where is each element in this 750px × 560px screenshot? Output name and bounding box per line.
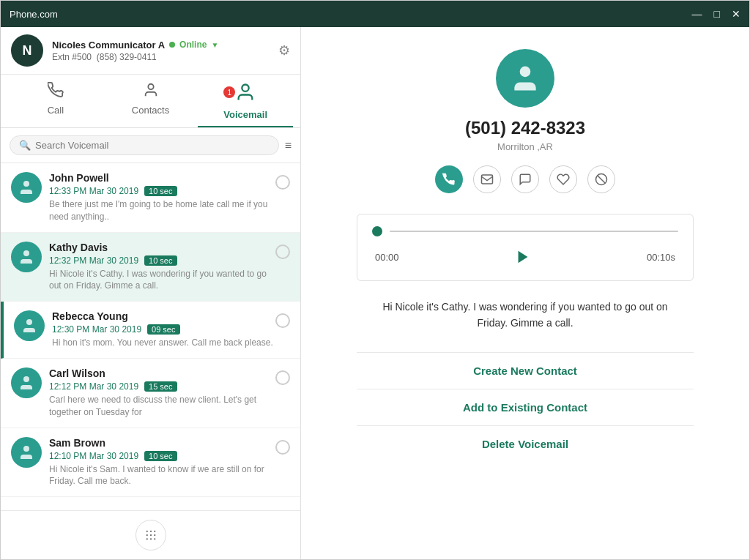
player-progress-bar[interactable]: [390, 231, 678, 232]
player-current-time: 00:00: [375, 252, 399, 263]
svg-marker-20: [518, 251, 527, 264]
status-text: Online: [179, 40, 207, 50]
online-indicator: [169, 42, 175, 48]
voicemail-badge: 1: [223, 86, 235, 98]
vm-time: 12:12 PM Mar 30 2019: [49, 381, 138, 392]
voicemail-list: John Powell 12:33 PM Mar 30 2019 10 sec …: [1, 163, 300, 510]
vm-duration: 15 sec: [144, 381, 177, 392]
vm-duration: 10 sec: [144, 451, 177, 461]
email-button[interactable]: [473, 165, 501, 193]
vm-content: Sam Brown 12:10 PM Mar 30 2019 10 sec Hi…: [49, 437, 275, 488]
vm-checkbox[interactable]: [275, 313, 290, 328]
svg-point-7: [146, 531, 147, 532]
list-item[interactable]: Kathy Davis 12:32 PM Mar 30 2019 10 sec …: [1, 233, 300, 302]
vm-checkbox[interactable]: [275, 175, 290, 190]
chevron-down-icon[interactable]: ▼: [211, 41, 218, 49]
svg-point-1: [242, 85, 249, 92]
right-panel: (501) 242-8323 Morrilton ,AR: [301, 27, 749, 559]
dialpad-button[interactable]: [135, 520, 166, 550]
audio-player: 00:00 00:10s: [357, 214, 694, 281]
svg-rect-17: [482, 175, 493, 184]
create-new-contact-link[interactable]: Create New Contact: [357, 353, 694, 389]
close-button[interactable]: ✕: [732, 9, 740, 19]
call-icon: [48, 82, 64, 102]
maximize-button[interactable]: □: [714, 9, 720, 19]
vm-duration: 10 sec: [144, 186, 177, 196]
avatar: [11, 367, 42, 398]
chat-button[interactable]: [511, 165, 539, 193]
svg-point-6: [23, 446, 29, 452]
svg-point-4: [26, 319, 32, 325]
contact-avatar: [496, 49, 554, 108]
list-item[interactable]: Carl Wilson 12:12 PM Mar 30 2019 15 sec …: [1, 359, 300, 428]
account-name: Nicoles Communicator A Online ▼: [52, 40, 270, 51]
block-button[interactable]: [587, 165, 615, 193]
list-item[interactable]: John Powell 12:33 PM Mar 30 2019 10 sec …: [1, 163, 300, 233]
favorite-button[interactable]: [549, 165, 577, 193]
tab-voicemail[interactable]: 1 Voicemail: [198, 75, 293, 127]
vm-time: 12:32 PM Mar 30 2019: [49, 255, 138, 266]
svg-line-19: [598, 176, 606, 184]
search-input-wrap[interactable]: 🔍: [10, 135, 279, 155]
vm-name: Carl Wilson: [49, 367, 275, 379]
dialpad-wrap: [1, 510, 300, 559]
avatar: [14, 310, 45, 341]
vm-duration: 09 sec: [147, 324, 179, 335]
vm-name: Sam Brown: [49, 437, 275, 449]
vm-preview: Carl here we need to discuss the new cli…: [49, 394, 275, 419]
action-icons: [435, 165, 615, 193]
list-item[interactable]: Sam Brown 12:10 PM Mar 30 2019 10 sec Hi…: [1, 428, 300, 498]
vm-checkbox[interactable]: [275, 440, 290, 455]
vm-content: John Powell 12:33 PM Mar 30 2019 10 sec …: [49, 172, 275, 223]
play-button[interactable]: [511, 245, 535, 269]
vm-content: Rebecca Young 12:30 PM Mar 30 2019 09 se…: [52, 310, 275, 349]
vm-meta: 12:32 PM Mar 30 2019 10 sec: [49, 255, 275, 266]
svg-point-10: [146, 534, 147, 536]
window-controls: — □ ✕: [692, 9, 740, 19]
title-bar: Phone.com — □ ✕: [1, 1, 749, 27]
vm-name: John Powell: [49, 172, 275, 184]
vm-preview: Hi Nicole it's Cathy. I was wondering if…: [49, 268, 275, 293]
delete-voicemail-link[interactable]: Delete Voicemail: [357, 426, 694, 462]
minimize-button[interactable]: —: [692, 9, 702, 19]
tab-contacts-label: Contacts: [132, 105, 169, 116]
svg-point-8: [149, 531, 151, 532]
svg-point-0: [148, 84, 153, 89]
filter-icon[interactable]: ≡: [285, 139, 292, 152]
avatar: [11, 437, 42, 468]
svg-point-2: [23, 181, 29, 187]
call-button[interactable]: [435, 165, 463, 193]
gear-icon[interactable]: ⚙: [278, 42, 290, 59]
vm-meta: 12:10 PM Mar 30 2019 10 sec: [49, 451, 275, 461]
app-body: N Nicoles Communicator A Online ▼ Extn #…: [1, 27, 749, 559]
contact-location: Morrilton ,AR: [497, 141, 553, 152]
header: N Nicoles Communicator A Online ▼ Extn #…: [1, 27, 300, 75]
player-progress-dot[interactable]: [372, 226, 382, 236]
avatar: N: [11, 34, 43, 67]
tab-call[interactable]: Call: [8, 75, 103, 127]
app-window: Phone.com — □ ✕ N Nicoles Communicator A…: [0, 0, 750, 560]
vm-preview: Hi hon it's mom. You never answer. Call …: [52, 337, 275, 349]
extension-info: Extn #500 (858) 329-0411: [52, 52, 270, 62]
tab-contacts[interactable]: Contacts: [103, 75, 198, 127]
vm-duration: 10 sec: [144, 255, 177, 266]
vm-preview: Hi Nicole it's Sam. I wanted to know if …: [49, 463, 275, 488]
vm-meta: 12:30 PM Mar 30 2019 09 sec: [52, 324, 275, 335]
search-icon: 🔍: [19, 140, 31, 151]
player-controls: 00:00 00:10s: [372, 245, 678, 269]
search-input[interactable]: [35, 140, 270, 151]
vm-checkbox[interactable]: [275, 370, 290, 385]
vm-meta: 12:12 PM Mar 30 2019 15 sec: [49, 381, 275, 392]
contact-phone: (501) 242-8323: [465, 118, 585, 138]
left-panel: N Nicoles Communicator A Online ▼ Extn #…: [1, 27, 301, 559]
nav-tabs: Call Contacts: [1, 75, 300, 128]
svg-point-5: [23, 376, 29, 382]
svg-point-16: [520, 67, 531, 78]
transcript: Hi Nicole it's Cathy. I was wondering if…: [371, 299, 679, 332]
vm-preview: Be there just me I'm going to be home la…: [49, 198, 275, 223]
tab-voicemail-label: Voicemail: [223, 109, 267, 120]
vm-checkbox[interactable]: [275, 244, 290, 259]
vm-time: 12:33 PM Mar 30 2019: [49, 186, 138, 196]
list-item[interactable]: Rebecca Young 12:30 PM Mar 30 2019 09 se…: [1, 302, 300, 359]
add-to-existing-contact-link[interactable]: Add to Existing Contact: [357, 389, 694, 426]
